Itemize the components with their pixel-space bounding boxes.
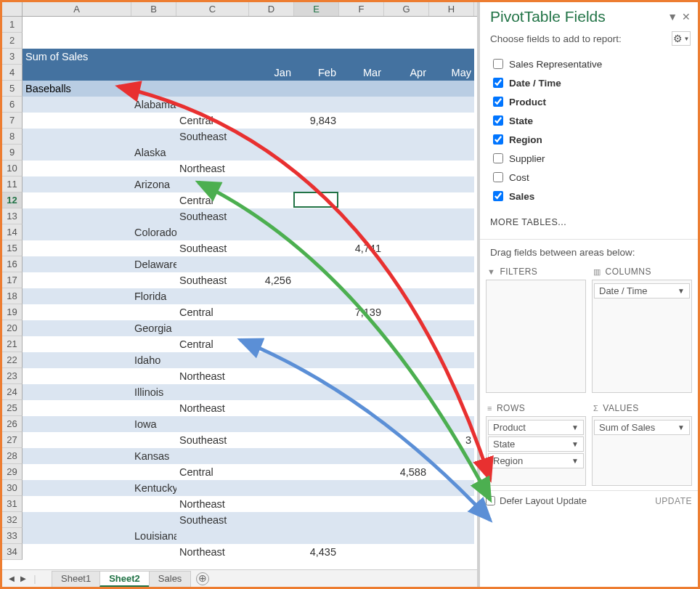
cell-G26[interactable] — [384, 416, 429, 432]
cell-A7[interactable] — [23, 113, 131, 129]
cell-F2[interactable] — [339, 33, 384, 49]
cell-H23[interactable] — [429, 368, 474, 384]
cell-G10[interactable] — [384, 161, 429, 176]
cell-B15[interactable] — [131, 240, 176, 256]
cell-G22[interactable] — [384, 352, 429, 368]
area-chip[interactable]: Product▼ — [488, 420, 584, 435]
cell-G21[interactable] — [384, 336, 429, 352]
cell-A13[interactable] — [23, 208, 131, 224]
cell-H29[interactable] — [429, 464, 474, 480]
cell-C17[interactable]: Southeast — [176, 272, 249, 288]
select-all-corner[interactable] — [2, 2, 23, 16]
cell-E17[interactable] — [294, 272, 339, 288]
cell-G13[interactable] — [384, 208, 429, 224]
tab-nav-prev-icon[interactable]: ► — [18, 573, 28, 584]
cell-C3[interactable] — [176, 49, 249, 65]
cell-G20[interactable] — [384, 320, 429, 336]
cell-F16[interactable] — [339, 256, 384, 272]
row-header[interactable]: 24 — [2, 384, 23, 400]
row-header[interactable]: 19 — [2, 304, 23, 320]
area-rows[interactable]: Product▼State▼Region▼ — [486, 416, 586, 486]
cell-H1[interactable] — [429, 17, 474, 33]
cell-B11[interactable]: Arizona — [131, 176, 176, 192]
row-header[interactable]: 17 — [2, 272, 23, 288]
more-tables-link[interactable]: MORE TABLES... — [490, 210, 691, 232]
column-header-H[interactable]: H — [429, 2, 474, 16]
field-item[interactable]: Sales Representative — [490, 54, 691, 73]
cell-B28[interactable]: Kansas — [131, 448, 176, 464]
row-header[interactable]: 23 — [2, 368, 23, 384]
chevron-down-icon[interactable]: ▼ — [571, 457, 579, 465]
cell-H19[interactable] — [429, 304, 474, 320]
cell-B23[interactable] — [131, 368, 176, 384]
pane-options-icon[interactable]: ▼ — [667, 11, 677, 23]
row-header[interactable]: 5 — [2, 81, 23, 97]
cell-B10[interactable] — [131, 161, 176, 176]
cell-F10[interactable] — [339, 161, 384, 176]
cell-G7[interactable] — [384, 113, 429, 129]
cell-H33[interactable] — [429, 528, 474, 544]
cell-D26[interactable] — [249, 416, 294, 432]
cell-E9[interactable] — [294, 145, 339, 161]
cell-D16[interactable] — [249, 256, 294, 272]
cell-G6[interactable] — [384, 97, 429, 113]
field-checkbox[interactable] — [493, 153, 503, 163]
cell-F9[interactable] — [339, 145, 384, 161]
cell-B13[interactable] — [131, 208, 176, 224]
cell-D22[interactable] — [249, 352, 294, 368]
cell-D4[interactable]: Jan — [249, 65, 294, 81]
cell-C21[interactable]: Central — [176, 336, 249, 352]
cell-H4[interactable]: May — [429, 65, 474, 81]
column-header-A[interactable]: A — [23, 2, 131, 16]
cell-G3[interactable] — [384, 49, 429, 65]
row-header[interactable]: 29 — [2, 464, 23, 480]
cell-D31[interactable] — [249, 496, 294, 512]
row-header[interactable]: 33 — [2, 528, 23, 544]
cell-F12[interactable] — [339, 192, 384, 208]
cell-G17[interactable] — [384, 272, 429, 288]
cell-G2[interactable] — [384, 33, 429, 49]
cell-E34[interactable]: 4,435 — [294, 544, 339, 560]
row-header[interactable]: 16 — [2, 256, 23, 272]
cell-A8[interactable] — [23, 129, 131, 145]
cell-F33[interactable] — [339, 528, 384, 544]
cell-D21[interactable] — [249, 336, 294, 352]
cell-G5[interactable] — [384, 81, 429, 97]
area-chip[interactable]: State▼ — [488, 436, 584, 452]
row-header[interactable]: 1 — [2, 17, 23, 33]
row-header[interactable]: 31 — [2, 496, 23, 512]
cell-C32[interactable]: Southeast — [176, 512, 249, 528]
cell-H17[interactable] — [429, 272, 474, 288]
cell-C25[interactable]: Northeast — [176, 400, 249, 416]
cell-D19[interactable] — [249, 304, 294, 320]
field-checkbox[interactable] — [493, 191, 503, 201]
cell-D6[interactable] — [249, 97, 294, 113]
cell-B3[interactable] — [131, 49, 176, 65]
cell-G15[interactable] — [384, 240, 429, 256]
pane-close-icon[interactable]: ✕ — [682, 11, 691, 23]
cell-D32[interactable] — [249, 512, 294, 528]
cell-F29[interactable] — [339, 464, 384, 480]
column-header-F[interactable]: F — [339, 2, 384, 16]
cell-E22[interactable] — [294, 352, 339, 368]
cell-F20[interactable] — [339, 320, 384, 336]
cell-E28[interactable] — [294, 448, 339, 464]
field-item[interactable]: Cost — [490, 168, 691, 187]
cell-H24[interactable] — [429, 384, 474, 400]
cell-D27[interactable] — [249, 432, 294, 448]
cell-H25[interactable] — [429, 400, 474, 416]
cell-H31[interactable] — [429, 496, 474, 512]
cell-G4[interactable]: Apr — [384, 65, 429, 81]
cell-C30[interactable] — [176, 480, 249, 496]
cell-C24[interactable] — [176, 384, 249, 400]
cell-D24[interactable] — [249, 384, 294, 400]
cell-G30[interactable] — [384, 480, 429, 496]
cell-E12[interactable] — [294, 192, 339, 208]
cell-B1[interactable] — [131, 17, 176, 33]
cell-G32[interactable] — [384, 512, 429, 528]
column-header-D[interactable]: D — [249, 2, 294, 16]
cell-B30[interactable]: Kentucky — [131, 480, 176, 496]
chevron-down-icon[interactable]: ▼ — [571, 440, 579, 448]
cell-A34[interactable] — [23, 544, 131, 560]
cell-A2[interactable] — [23, 33, 131, 49]
